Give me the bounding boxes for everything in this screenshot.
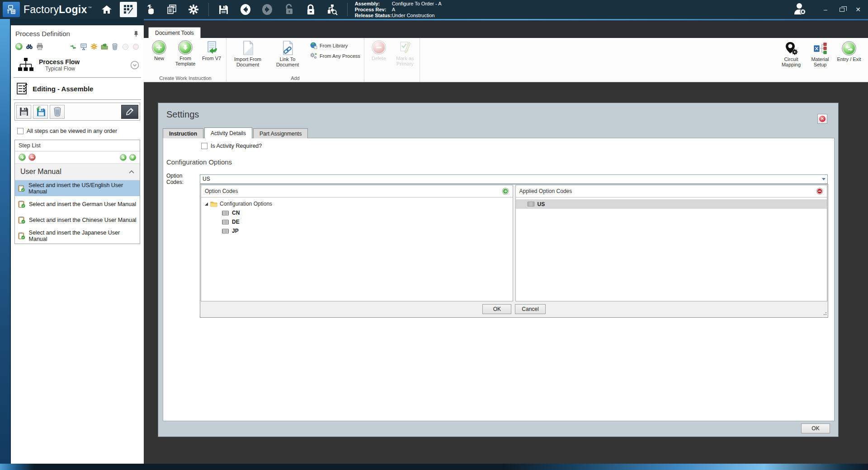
link-to-document-button[interactable]: Link To Document xyxy=(268,39,307,67)
picker-ok-button[interactable]: OK xyxy=(482,304,511,314)
documents-icon[interactable] xyxy=(163,2,180,17)
flow-title: Process Flow xyxy=(39,58,126,66)
close-button[interactable]: ✕ xyxy=(854,6,863,13)
option-codes-combobox[interactable]: US xyxy=(200,174,828,184)
step-item[interactable]: Select and insert the Chinese User Manua… xyxy=(15,212,140,228)
new-button[interactable]: New xyxy=(146,39,172,61)
tree-expander-icon[interactable] xyxy=(205,202,208,206)
entry-exit-button[interactable]: Entry / Exit xyxy=(836,40,862,62)
dialog-ok-button[interactable]: OK xyxy=(801,423,830,433)
tree-item[interactable]: JP xyxy=(201,226,513,235)
tree-item[interactable]: DE xyxy=(201,217,513,226)
tab-activity-details[interactable]: Activity Details xyxy=(204,127,252,138)
applied-codes-list: Applied Option Codes US xyxy=(515,185,828,301)
import-from-document-button[interactable]: Import From Document xyxy=(228,39,267,67)
logout-user-icon[interactable] xyxy=(792,2,807,17)
pin-icon[interactable] xyxy=(133,31,139,37)
import-step-button[interactable] xyxy=(33,105,48,119)
tab-document-tools[interactable]: Document Tools xyxy=(148,27,201,38)
delete-step-button[interactable] xyxy=(50,105,65,119)
activity-details-panel: Is Activity Required? Configuration Opti… xyxy=(163,138,835,421)
combobox-dropdown-button[interactable] xyxy=(820,175,827,183)
settings-gear-icon[interactable] xyxy=(185,2,202,17)
disabled-circle-icon xyxy=(122,43,129,50)
ribbon-group-add: Import From Document Link To Document Fr… xyxy=(226,38,364,82)
dialog-close-button[interactable]: ✕ xyxy=(817,114,827,124)
presentation-icon[interactable] xyxy=(80,43,87,50)
material-setup-button[interactable]: Material Setup xyxy=(807,40,833,67)
trash-icon[interactable] xyxy=(111,43,118,50)
new-icon xyxy=(152,40,166,55)
from-library-button[interactable]: From Library xyxy=(310,42,360,49)
step-list-title: Step List xyxy=(15,140,140,151)
option-codes-picker: Option Codes Configuration Opti xyxy=(200,184,828,318)
entry-exit-icon xyxy=(842,41,856,56)
from-template-button[interactable]: From Template xyxy=(173,39,198,66)
remove-step-icon[interactable] xyxy=(28,154,36,161)
option-code-icon xyxy=(222,229,229,234)
remove-code-icon[interactable] xyxy=(816,188,823,195)
process-definition-panel: Process Definition xyxy=(11,19,144,464)
process-rev-value: A xyxy=(392,7,395,13)
process-search-icon[interactable] xyxy=(324,2,341,17)
panel-title: Process Definition xyxy=(15,30,133,38)
app-window: FactoryLogix™ xyxy=(0,0,868,470)
option-code-icon xyxy=(528,202,534,207)
process-flow-icon xyxy=(17,57,34,73)
activity-required-checkbox[interactable] xyxy=(201,143,208,149)
collapse-chevron-icon[interactable] xyxy=(129,170,134,174)
tab-instruction[interactable]: Instruction xyxy=(163,128,203,138)
unlock-icon[interactable] xyxy=(280,2,297,17)
move-down-icon[interactable]: ▼ xyxy=(129,154,136,161)
any-order-label: All steps can be viewed in any order xyxy=(27,128,117,134)
applied-code-item[interactable]: US xyxy=(516,199,827,209)
find-icon[interactable] xyxy=(26,43,33,50)
add-step-icon[interactable] xyxy=(19,154,26,161)
tree-item[interactable]: CN xyxy=(201,208,513,217)
resize-grip[interactable] xyxy=(823,312,826,316)
option-code-label: JP xyxy=(232,228,239,234)
step-group-header[interactable]: User Manual xyxy=(15,163,140,180)
step-label: Select and insert the German User Manual xyxy=(29,201,136,207)
home-icon[interactable] xyxy=(98,2,115,17)
workflow-icon[interactable] xyxy=(70,43,77,50)
expand-flow-icon[interactable] xyxy=(130,61,139,70)
from-v7-button[interactable]: From V7 xyxy=(199,39,224,61)
save-step-button[interactable] xyxy=(16,105,31,119)
apply-code-icon[interactable] xyxy=(502,188,509,195)
step-item[interactable]: Select and insert the German User Manual xyxy=(15,196,140,212)
activity-required-label: Is Activity Required? xyxy=(211,143,262,149)
lock-icon[interactable] xyxy=(302,2,319,17)
edit-mode-button[interactable] xyxy=(121,105,138,119)
step-item[interactable]: Select and insert the US/English User Ma… xyxy=(15,180,140,196)
step-icon xyxy=(18,232,25,240)
import-from-document-icon xyxy=(241,40,255,56)
group-label-add: Add xyxy=(228,75,362,82)
picker-cancel-button[interactable]: Cancel xyxy=(515,304,545,314)
minimize-button[interactable]: – xyxy=(821,6,830,13)
tab-part-assignments[interactable]: Part Assignments xyxy=(253,128,308,138)
forward-icon[interactable] xyxy=(259,2,276,17)
step-item[interactable]: Select and insert the Japanese User Manu… xyxy=(15,228,140,244)
window-frame-bottom xyxy=(0,464,868,470)
tree-root-row[interactable]: Configuration Options xyxy=(201,199,513,208)
release-status-label: Release Status: xyxy=(355,13,392,19)
move-up-icon[interactable]: ▲ xyxy=(120,154,127,161)
back-icon[interactable] xyxy=(237,2,254,17)
circuit-mapping-button[interactable]: Circuit Mapping xyxy=(778,40,804,67)
any-order-checkbox[interactable] xyxy=(17,128,24,134)
restore-button[interactable] xyxy=(837,6,846,13)
gear-yellow-icon[interactable] xyxy=(90,43,98,50)
step-label: Select and insert the Japanese User Manu… xyxy=(29,230,137,242)
save-icon[interactable] xyxy=(215,2,232,17)
from-template-icon xyxy=(178,40,193,55)
process-definition-icon[interactable] xyxy=(120,2,137,17)
production-icon[interactable] xyxy=(142,2,159,17)
step-icon xyxy=(18,216,25,224)
print-icon[interactable] xyxy=(36,43,43,50)
from-any-process-button[interactable]: From Any Process xyxy=(310,52,360,60)
applied-codes-title: Applied Option Codes xyxy=(519,188,572,194)
export-icon[interactable] xyxy=(101,43,108,50)
add-icon[interactable] xyxy=(15,43,23,50)
editing-toolbar xyxy=(14,103,140,121)
